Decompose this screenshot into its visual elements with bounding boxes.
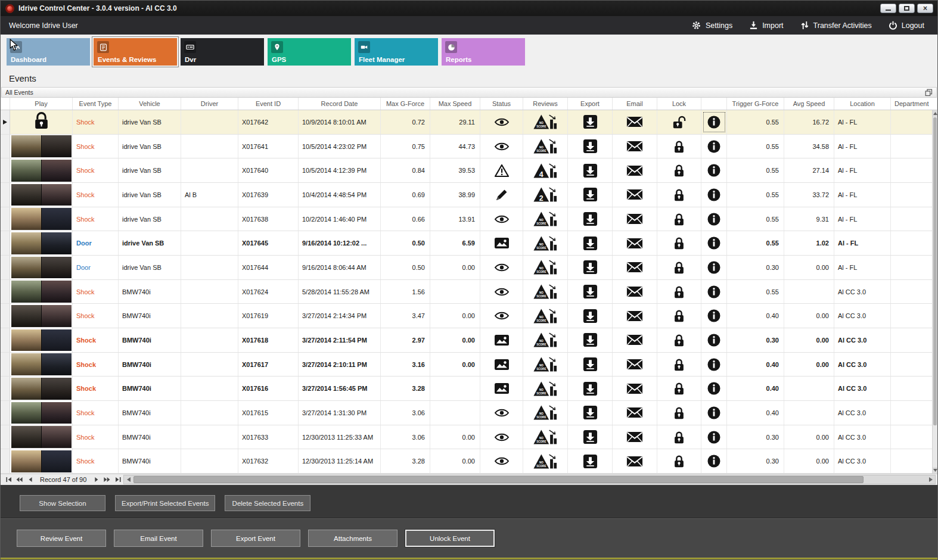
event-thumbnail[interactable]: [11, 208, 72, 230]
export-icon[interactable]: [568, 425, 613, 449]
table-row[interactable]: Shockidrive Van SBX01764010/5/2014 4:12:…: [1, 158, 937, 183]
table-row[interactable]: Dooridrive Van SBX0176449/16/2014 8:06:4…: [1, 256, 937, 280]
lock-icon[interactable]: [657, 353, 701, 377]
info-icon[interactable]: [701, 304, 727, 328]
record-prev-page-button[interactable]: [14, 475, 24, 484]
email-icon[interactable]: [613, 256, 657, 279]
info-icon[interactable]: [701, 401, 727, 425]
review-score-icon[interactable]: NOSCORE: [523, 110, 568, 134]
review-score-icon[interactable]: NOSCORE: [523, 449, 568, 473]
play-cell[interactable]: [10, 110, 73, 134]
status-image-icon[interactable]: [480, 377, 523, 400]
status-image-icon[interactable]: [480, 328, 523, 352]
lock-icon[interactable]: [657, 183, 701, 207]
status-eye-icon[interactable]: [480, 449, 523, 473]
logout-button[interactable]: Logout: [889, 21, 924, 30]
col-header-event-type[interactable]: Event Type: [73, 98, 119, 110]
status-eye-icon[interactable]: [480, 256, 523, 279]
close-button[interactable]: ×: [917, 4, 933, 13]
tile-dvr[interactable]: Dvr: [181, 38, 264, 66]
export-icon[interactable]: [568, 231, 613, 255]
table-row[interactable]: Shockidrive Van SBX01764110/5/2014 4:23:…: [1, 135, 937, 159]
play-cell[interactable]: [10, 207, 73, 231]
email-icon[interactable]: [613, 401, 657, 425]
row-select-indicator[interactable]: [1, 304, 10, 328]
review-score-icon[interactable]: NOSCORE: [523, 231, 568, 255]
status-image-icon[interactable]: [480, 231, 523, 255]
play-cell[interactable]: [10, 256, 73, 279]
row-select-indicator[interactable]: [1, 110, 10, 134]
event-thumbnail[interactable]: [11, 329, 72, 351]
row-select-indicator[interactable]: [1, 401, 10, 425]
event-thumbnail[interactable]: [11, 232, 72, 254]
scroll-down-button[interactable]: [933, 467, 937, 474]
lock-icon[interactable]: [657, 401, 701, 425]
delete-selected-events-button[interactable]: Delete Selected Events: [225, 495, 310, 511]
tile-fleet-manager[interactable]: Fleet Manager: [355, 38, 438, 66]
lock-icon[interactable]: [657, 425, 701, 449]
info-icon[interactable]: [701, 353, 727, 377]
review-score-icon[interactable]: NOSCORE: [523, 377, 568, 400]
email-icon[interactable]: [613, 449, 657, 473]
status-eye-icon[interactable]: [480, 401, 523, 425]
table-row[interactable]: Shockidrive Van SBAl BX01763910/4/2014 4…: [1, 183, 937, 207]
status-image-icon[interactable]: [480, 353, 523, 377]
lock-icon[interactable]: [657, 377, 701, 400]
col-header-max-g-force[interactable]: Max G-Force: [381, 98, 430, 110]
row-select-indicator[interactable]: [1, 328, 10, 352]
record-prev-button[interactable]: [25, 475, 35, 484]
review-score-icon[interactable]: NOSCORE: [523, 353, 568, 377]
table-row[interactable]: ShockBMW740iX0176193/27/2014 2:14:34 PM3…: [1, 304, 937, 328]
export-icon[interactable]: [568, 135, 613, 158]
unlock-icon[interactable]: [657, 110, 701, 134]
info-icon[interactable]: [701, 110, 727, 134]
col-header-trigger-g-force[interactable]: Trigger G-Force: [727, 98, 784, 110]
email-icon[interactable]: [613, 158, 657, 182]
email-event-button[interactable]: Email Event: [114, 530, 203, 547]
row-select-indicator[interactable]: [1, 425, 10, 449]
export-icon[interactable]: [568, 304, 613, 328]
export-icon[interactable]: [568, 328, 613, 352]
col-header-max-speed[interactable]: Max Speed: [430, 98, 480, 110]
play-cell[interactable]: [10, 328, 73, 352]
event-thumbnail[interactable]: [11, 402, 72, 424]
col-header-event-id[interactable]: Event ID: [238, 98, 299, 110]
info-icon[interactable]: [701, 135, 727, 158]
col-header-play[interactable]: Play: [10, 98, 73, 110]
event-thumbnail[interactable]: [11, 160, 72, 182]
attachments-button[interactable]: Attachments: [308, 530, 397, 547]
email-icon[interactable]: [613, 183, 657, 207]
lock-icon[interactable]: [657, 231, 701, 255]
col-header-vehicle[interactable]: Vehicle: [119, 98, 181, 110]
lock-icon[interactable]: [657, 304, 701, 328]
info-icon[interactable]: [701, 158, 727, 182]
export-icon[interactable]: [568, 449, 613, 473]
status-eye-icon[interactable]: [480, 425, 523, 449]
settings-button[interactable]: Settings: [691, 20, 732, 30]
col-header-email[interactable]: Email: [613, 98, 657, 110]
info-icon[interactable]: [701, 377, 727, 400]
status-eye-icon[interactable]: [480, 135, 523, 158]
export-icon[interactable]: [568, 401, 613, 425]
table-row[interactable]: Shockidrive Van SBX01764210/9/2014 8:10:…: [1, 110, 937, 135]
event-thumbnail[interactable]: [11, 378, 72, 400]
record-last-button[interactable]: [113, 475, 123, 484]
table-row[interactable]: ShockBMW740iX0176245/28/2014 11:55:28 AM…: [1, 280, 937, 304]
event-thumbnail[interactable]: [11, 184, 72, 206]
record-next-page-button[interactable]: [102, 475, 112, 484]
row-select-indicator[interactable]: [1, 280, 10, 304]
info-icon[interactable]: [701, 280, 727, 304]
table-row[interactable]: Shockidrive Van SBX01763810/2/2014 1:46:…: [1, 207, 937, 232]
review-score-icon[interactable]: NOSCORE: [523, 401, 568, 425]
vscroll-thumb[interactable]: [933, 117, 937, 425]
event-thumbnail[interactable]: [11, 281, 72, 303]
email-icon[interactable]: [613, 304, 657, 328]
hscroll-track[interactable]: [133, 475, 926, 484]
row-select-indicator[interactable]: [1, 135, 10, 158]
play-cell[interactable]: [10, 158, 73, 182]
record-next-button[interactable]: [91, 475, 101, 484]
review-score-icon[interactable]: NOSCORE: [523, 304, 568, 328]
export-icon[interactable]: [568, 110, 613, 134]
horizontal-scrollbar[interactable]: [123, 475, 936, 484]
review-score-icon[interactable]: 4: [523, 158, 568, 182]
